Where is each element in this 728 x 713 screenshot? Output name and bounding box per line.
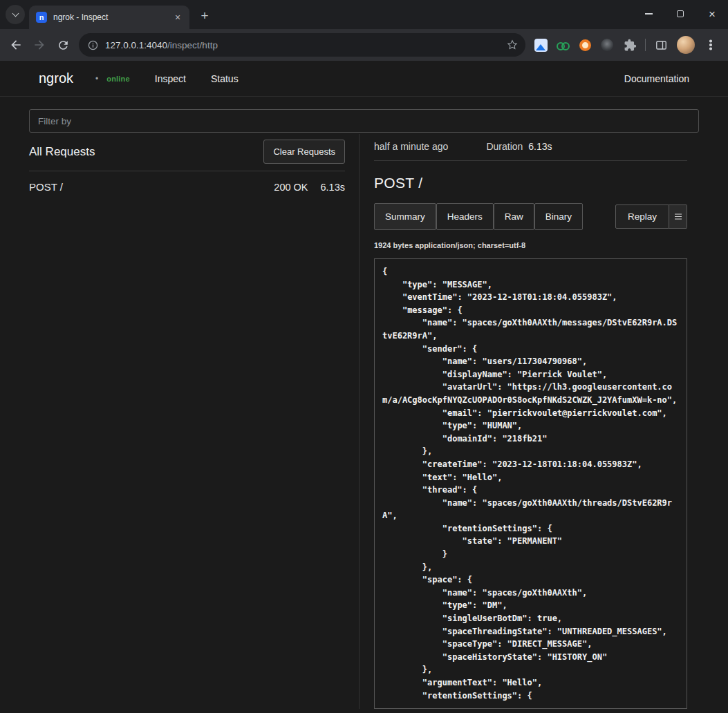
browser-toolbar: 127.0.0.1:4040/inspect/http bbox=[0, 29, 728, 61]
forward-button[interactable] bbox=[28, 33, 51, 57]
request-duration: 6.13s bbox=[321, 182, 345, 193]
status-separator-dot: • bbox=[95, 74, 98, 84]
extension-icon-image-tool[interactable] bbox=[530, 33, 552, 57]
address-bar[interactable]: 127.0.0.1:4040/inspect/http bbox=[79, 33, 525, 57]
close-icon: × bbox=[709, 8, 716, 20]
tab-raw[interactable]: Raw bbox=[494, 203, 534, 230]
ring-extension-icon bbox=[579, 39, 591, 51]
url-text[interactable]: 127.0.0.1:4040/inspect/http bbox=[105, 40, 506, 50]
replay-button[interactable]: Replay bbox=[615, 205, 669, 229]
tab-search-button[interactable] bbox=[6, 5, 25, 24]
tab-headers[interactable]: Headers bbox=[436, 203, 494, 230]
nav-documentation[interactable]: Documentation bbox=[624, 73, 689, 84]
extension-icon-green-glasses[interactable] bbox=[552, 33, 574, 57]
content-meta: 1924 bytes application/json; charset=utf… bbox=[374, 241, 687, 249]
ngrok-inspect-page: ngrok • online Inspect Status Documentat… bbox=[0, 61, 728, 713]
online-status-badge: online bbox=[106, 75, 130, 83]
request-row[interactable]: POST / 200 OK 6.13s bbox=[29, 171, 345, 202]
reload-button[interactable] bbox=[51, 33, 75, 57]
browser-chrome: n ngrok - Inspect × + × 127.0.0.1:4040/i… bbox=[0, 0, 728, 61]
ngrok-logo[interactable]: ngrok bbox=[39, 70, 73, 86]
requests-panel-header: All Requests Clear Requests bbox=[29, 134, 345, 171]
nav-status[interactable]: Status bbox=[211, 73, 239, 84]
request-time-ago: half a minute ago bbox=[374, 141, 448, 152]
profile-avatar[interactable] bbox=[677, 36, 695, 54]
tab-strip: n ngrok - Inspect × + × bbox=[0, 0, 728, 29]
duration-value: 6.13s bbox=[528, 141, 552, 152]
side-panel-icon bbox=[655, 39, 668, 52]
toolbar-separator bbox=[645, 39, 646, 51]
extension-icon-orange-ring[interactable] bbox=[574, 33, 596, 57]
detail-panel-header: half a minute ago Duration6.13s bbox=[374, 134, 687, 161]
json-body: { "type": "MESSAGE", "eventTime": "2023-… bbox=[382, 265, 679, 702]
back-button[interactable] bbox=[4, 33, 28, 57]
site-info-icon[interactable] bbox=[87, 39, 99, 51]
requests-panel: All Requests Clear Requests POST / 200 O… bbox=[29, 134, 345, 709]
hamburger-icon bbox=[675, 216, 682, 218]
site-header: ngrok • online Inspect Status Documentat… bbox=[0, 61, 728, 97]
bookmark-star-icon[interactable] bbox=[506, 39, 519, 51]
maximize-icon bbox=[677, 10, 684, 17]
nav-inspect[interactable]: Inspect bbox=[155, 73, 186, 84]
tab-summary[interactable]: Summary bbox=[374, 203, 436, 230]
extensions-button[interactable] bbox=[618, 33, 642, 57]
side-panel-button[interactable] bbox=[649, 33, 673, 57]
content-columns: All Requests Clear Requests POST / 200 O… bbox=[29, 134, 699, 709]
replay-menu-button[interactable] bbox=[669, 205, 687, 229]
back-arrow-icon bbox=[9, 38, 23, 52]
extensions-puzzle-icon bbox=[624, 39, 637, 52]
tab-title: ngrok - Inspect bbox=[53, 12, 171, 22]
filter-input[interactable] bbox=[29, 109, 699, 133]
browser-menu-button[interactable] bbox=[699, 33, 722, 57]
kebab-menu-icon bbox=[709, 44, 712, 46]
new-tab-button[interactable]: + bbox=[195, 6, 214, 26]
ngrok-favicon-icon: n bbox=[36, 12, 47, 23]
reload-icon bbox=[57, 39, 70, 52]
replay-group: Replay bbox=[615, 205, 687, 229]
forward-arrow-icon bbox=[32, 38, 46, 52]
request-status: 200 OK bbox=[274, 182, 308, 193]
tab-close-icon[interactable]: × bbox=[171, 11, 184, 23]
browser-tab-active[interactable]: n ngrok - Inspect × bbox=[29, 6, 189, 29]
glasses-extension-icon bbox=[557, 42, 570, 48]
window-minimize-button[interactable] bbox=[633, 0, 664, 28]
duration-label: Duration bbox=[486, 141, 523, 152]
url-origin: 127.0.0.1:4040 bbox=[105, 40, 167, 50]
response-body-box: { "type": "MESSAGE", "eventTime": "2023-… bbox=[374, 258, 687, 709]
request-detail-title: POST / bbox=[374, 175, 687, 191]
tab-binary[interactable]: Binary bbox=[534, 203, 583, 230]
clear-requests-button[interactable]: Clear Requests bbox=[263, 140, 345, 164]
duration-group: Duration6.13s bbox=[486, 141, 552, 152]
extension-icon-dark-circle[interactable] bbox=[596, 33, 618, 57]
window-close-button[interactable]: × bbox=[696, 0, 728, 28]
window-controls: × bbox=[633, 0, 728, 28]
request-method-path: POST / bbox=[29, 181, 63, 193]
circle-extension-icon bbox=[601, 39, 613, 51]
chevron-down-icon bbox=[12, 10, 19, 17]
window-maximize-button[interactable] bbox=[664, 0, 696, 28]
url-path: /inspect/http bbox=[167, 40, 218, 50]
detail-tabs: Summary Headers Raw Binary Replay bbox=[374, 203, 687, 230]
minimize-icon bbox=[645, 13, 653, 15]
all-requests-title: All Requests bbox=[29, 145, 95, 159]
detail-panel: half a minute ago Duration6.13s POST / S… bbox=[374, 134, 687, 709]
image-extension-icon bbox=[534, 39, 548, 52]
panel-divider bbox=[359, 134, 360, 709]
site-body: All Requests Clear Requests POST / 200 O… bbox=[0, 97, 728, 709]
